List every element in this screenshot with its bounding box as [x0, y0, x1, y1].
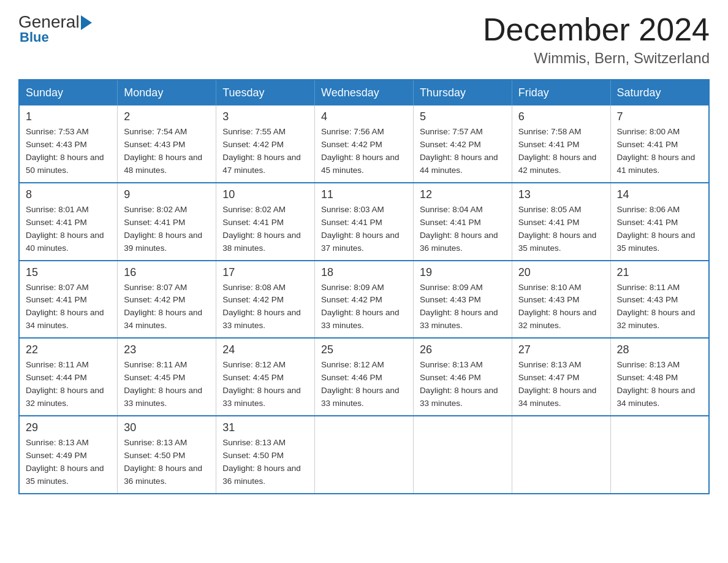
day-number: 31: [222, 421, 308, 434]
day-info: Sunrise: 7:55 AM Sunset: 4:42 PM Dayligh…: [222, 126, 308, 177]
table-row: 23 Sunrise: 8:11 AM Sunset: 4:45 PM Dayl…: [118, 338, 216, 416]
weekday-header-row: Sunday Monday Tuesday Wednesday Thursday…: [19, 80, 709, 105]
table-row: 9 Sunrise: 8:02 AM Sunset: 4:41 PM Dayli…: [118, 183, 216, 261]
calendar-week-row: 29 Sunrise: 8:13 AM Sunset: 4:49 PM Dayl…: [19, 416, 709, 494]
col-sunday: Sunday: [19, 80, 118, 105]
day-info: Sunrise: 8:04 AM Sunset: 4:41 PM Dayligh…: [420, 204, 506, 255]
table-row: 21 Sunrise: 8:11 AM Sunset: 4:43 PM Dayl…: [610, 261, 709, 339]
col-thursday: Thursday: [413, 80, 512, 105]
day-number: 4: [321, 110, 407, 123]
day-info: Sunrise: 8:13 AM Sunset: 4:49 PM Dayligh…: [26, 437, 111, 488]
day-info: Sunrise: 7:57 AM Sunset: 4:42 PM Dayligh…: [420, 126, 506, 177]
calendar-week-row: 22 Sunrise: 8:11 AM Sunset: 4:44 PM Dayl…: [19, 338, 709, 416]
day-info: Sunrise: 8:00 AM Sunset: 4:41 PM Dayligh…: [617, 126, 702, 177]
day-info: Sunrise: 8:12 AM Sunset: 4:45 PM Dayligh…: [222, 359, 308, 410]
page-header: General Blue December 2024 Wimmis, Bern,…: [18, 12, 710, 67]
table-row: 10 Sunrise: 8:02 AM Sunset: 4:41 PM Dayl…: [216, 183, 315, 261]
day-number: 17: [222, 266, 308, 279]
day-info: Sunrise: 8:03 AM Sunset: 4:41 PM Dayligh…: [321, 204, 407, 255]
logo: General Blue: [18, 12, 92, 45]
day-info: Sunrise: 8:13 AM Sunset: 4:46 PM Dayligh…: [420, 359, 506, 410]
table-row: 6 Sunrise: 7:58 AM Sunset: 4:41 PM Dayli…: [512, 105, 610, 183]
table-row: 22 Sunrise: 8:11 AM Sunset: 4:44 PM Dayl…: [19, 338, 118, 416]
table-row: 4 Sunrise: 7:56 AM Sunset: 4:42 PM Dayli…: [315, 105, 414, 183]
table-row: 20 Sunrise: 8:10 AM Sunset: 4:43 PM Dayl…: [512, 261, 610, 339]
day-number: 23: [124, 343, 210, 356]
table-row: 15 Sunrise: 8:07 AM Sunset: 4:41 PM Dayl…: [19, 261, 118, 339]
day-info: Sunrise: 8:08 AM Sunset: 4:42 PM Dayligh…: [222, 282, 308, 333]
day-info: Sunrise: 8:02 AM Sunset: 4:41 PM Dayligh…: [222, 204, 308, 255]
day-number: 2: [124, 110, 210, 123]
day-number: 9: [124, 188, 210, 201]
col-friday: Friday: [512, 80, 610, 105]
day-number: 22: [26, 343, 111, 356]
day-number: 24: [222, 343, 308, 356]
day-info: Sunrise: 8:11 AM Sunset: 4:43 PM Dayligh…: [617, 282, 702, 333]
day-number: 3: [222, 110, 308, 123]
table-row: 7 Sunrise: 8:00 AM Sunset: 4:41 PM Dayli…: [610, 105, 709, 183]
day-info: Sunrise: 8:13 AM Sunset: 4:50 PM Dayligh…: [222, 437, 308, 488]
title-block: December 2024 Wimmis, Bern, Switzerland: [483, 12, 710, 67]
day-info: Sunrise: 8:06 AM Sunset: 4:41 PM Dayligh…: [617, 204, 702, 255]
table-row: 17 Sunrise: 8:08 AM Sunset: 4:42 PM Dayl…: [216, 261, 315, 339]
logo-blue-text: Blue: [20, 29, 92, 45]
table-row: 13 Sunrise: 8:05 AM Sunset: 4:41 PM Dayl…: [512, 183, 610, 261]
table-row: [610, 416, 709, 494]
day-info: Sunrise: 8:01 AM Sunset: 4:41 PM Dayligh…: [26, 204, 111, 255]
table-row: 29 Sunrise: 8:13 AM Sunset: 4:49 PM Dayl…: [19, 416, 118, 494]
day-number: 29: [26, 421, 111, 434]
table-row: 24 Sunrise: 8:12 AM Sunset: 4:45 PM Dayl…: [216, 338, 315, 416]
table-row: 27 Sunrise: 8:13 AM Sunset: 4:47 PM Dayl…: [512, 338, 610, 416]
day-info: Sunrise: 8:09 AM Sunset: 4:43 PM Dayligh…: [420, 282, 506, 333]
table-row: 28 Sunrise: 8:13 AM Sunset: 4:48 PM Dayl…: [610, 338, 709, 416]
day-number: 16: [124, 266, 210, 279]
day-info: Sunrise: 7:54 AM Sunset: 4:43 PM Dayligh…: [124, 126, 210, 177]
day-number: 1: [26, 110, 111, 123]
table-row: 11 Sunrise: 8:03 AM Sunset: 4:41 PM Dayl…: [315, 183, 414, 261]
logo-arrow-icon: [81, 15, 92, 30]
table-row: 14 Sunrise: 8:06 AM Sunset: 4:41 PM Dayl…: [610, 183, 709, 261]
calendar-week-row: 1 Sunrise: 7:53 AM Sunset: 4:43 PM Dayli…: [19, 105, 709, 183]
table-row: 25 Sunrise: 8:12 AM Sunset: 4:46 PM Dayl…: [315, 338, 414, 416]
month-title: December 2024: [483, 12, 710, 47]
table-row: [315, 416, 414, 494]
day-number: 11: [321, 188, 407, 201]
day-number: 21: [617, 266, 702, 279]
day-info: Sunrise: 8:07 AM Sunset: 4:41 PM Dayligh…: [26, 282, 111, 333]
calendar-week-row: 15 Sunrise: 8:07 AM Sunset: 4:41 PM Dayl…: [19, 261, 709, 339]
day-info: Sunrise: 8:12 AM Sunset: 4:46 PM Dayligh…: [321, 359, 407, 410]
day-number: 20: [518, 266, 604, 279]
day-info: Sunrise: 7:58 AM Sunset: 4:41 PM Dayligh…: [518, 126, 604, 177]
day-info: Sunrise: 8:11 AM Sunset: 4:45 PM Dayligh…: [124, 359, 210, 410]
day-info: Sunrise: 8:13 AM Sunset: 4:48 PM Dayligh…: [617, 359, 702, 410]
day-info: Sunrise: 8:02 AM Sunset: 4:41 PM Dayligh…: [124, 204, 210, 255]
day-number: 8: [26, 188, 111, 201]
location-text: Wimmis, Bern, Switzerland: [483, 50, 710, 67]
day-info: Sunrise: 8:07 AM Sunset: 4:42 PM Dayligh…: [124, 282, 210, 333]
table-row: 5 Sunrise: 7:57 AM Sunset: 4:42 PM Dayli…: [413, 105, 512, 183]
calendar-table: Sunday Monday Tuesday Wednesday Thursday…: [18, 79, 710, 494]
day-number: 28: [617, 343, 702, 356]
table-row: 26 Sunrise: 8:13 AM Sunset: 4:46 PM Dayl…: [413, 338, 512, 416]
day-number: 13: [518, 188, 604, 201]
day-info: Sunrise: 7:56 AM Sunset: 4:42 PM Dayligh…: [321, 126, 407, 177]
day-info: Sunrise: 8:10 AM Sunset: 4:43 PM Dayligh…: [518, 282, 604, 333]
day-info: Sunrise: 8:05 AM Sunset: 4:41 PM Dayligh…: [518, 204, 604, 255]
day-number: 7: [617, 110, 702, 123]
table-row: 16 Sunrise: 8:07 AM Sunset: 4:42 PM Dayl…: [118, 261, 216, 339]
day-number: 25: [321, 343, 407, 356]
day-number: 27: [518, 343, 604, 356]
col-tuesday: Tuesday: [216, 80, 315, 105]
day-number: 30: [124, 421, 210, 434]
table-row: 18 Sunrise: 8:09 AM Sunset: 4:42 PM Dayl…: [315, 261, 414, 339]
col-wednesday: Wednesday: [315, 80, 414, 105]
day-number: 6: [518, 110, 604, 123]
calendar-body: 1 Sunrise: 7:53 AM Sunset: 4:43 PM Dayli…: [19, 105, 709, 493]
col-saturday: Saturday: [610, 80, 709, 105]
day-info: Sunrise: 7:53 AM Sunset: 4:43 PM Dayligh…: [26, 126, 111, 177]
day-number: 26: [420, 343, 506, 356]
table-row: 1 Sunrise: 7:53 AM Sunset: 4:43 PM Dayli…: [19, 105, 118, 183]
table-row: 30 Sunrise: 8:13 AM Sunset: 4:50 PM Dayl…: [118, 416, 216, 494]
day-info: Sunrise: 8:09 AM Sunset: 4:42 PM Dayligh…: [321, 282, 407, 333]
table-row: 12 Sunrise: 8:04 AM Sunset: 4:41 PM Dayl…: [413, 183, 512, 261]
